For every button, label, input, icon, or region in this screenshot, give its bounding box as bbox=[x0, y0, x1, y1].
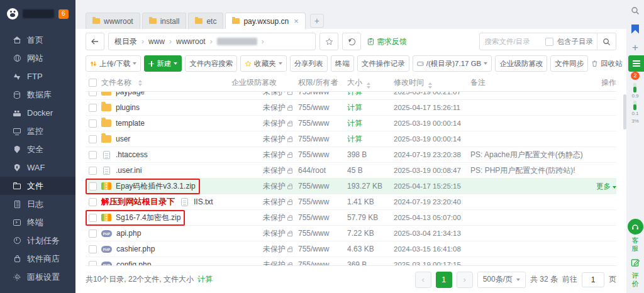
file-ops-log-button[interactable]: 文件操作记录 bbox=[357, 55, 409, 72]
disk-select[interactable]: /(根目录)7.17 GB bbox=[413, 55, 492, 72]
sidebar-menu-item[interactable]: 终端 bbox=[0, 213, 75, 231]
breadcrumb-segment[interactable]: wwwroot bbox=[176, 37, 206, 46]
file-row[interactable]: .user.ini 未保护 644/root 45 B 2025-03-19 0… bbox=[86, 163, 616, 179]
directory-tab[interactable]: install bbox=[142, 13, 187, 29]
row-checkbox[interactable] bbox=[89, 229, 97, 238]
sidebar-menu-item[interactable]: 数据库 bbox=[0, 86, 75, 104]
favorite-path-button[interactable] bbox=[319, 33, 338, 50]
file-row[interactable]: paypage 未保护 755/www 计算 2025-03-19 00:21:… bbox=[86, 92, 616, 100]
file-row[interactable]: Sg16-7.4加密包.zip 未保护 755/www 57.79 KB 202… bbox=[86, 210, 616, 226]
page-size-select[interactable]: 500条/页 bbox=[477, 272, 526, 288]
sidebar-menu-item[interactable]: 文件 bbox=[0, 177, 75, 195]
customer-service-button[interactable] bbox=[628, 219, 643, 235]
next-page-button[interactable]: › bbox=[457, 272, 473, 288]
file-size[interactable]: 369 B bbox=[347, 260, 367, 265]
row-checkbox[interactable] bbox=[89, 151, 97, 159]
more-actions-link[interactable]: 更多 bbox=[596, 182, 616, 190]
search-input[interactable] bbox=[485, 38, 541, 45]
file-name[interactable]: IIS.txt bbox=[194, 197, 213, 206]
row-checkbox[interactable] bbox=[89, 135, 97, 143]
file-row[interactable]: user 未保护 755/www 计算 2025-03-19 00:00:14 bbox=[86, 131, 616, 147]
new-button[interactable]: 新建 bbox=[144, 55, 182, 72]
prev-page-button[interactable]: ‹ bbox=[415, 272, 431, 288]
file-name[interactable]: api.php bbox=[116, 229, 141, 238]
bookmark-icon[interactable] bbox=[630, 24, 640, 34]
rate-icon[interactable] bbox=[631, 258, 640, 270]
file-size[interactable]: 计算 bbox=[347, 119, 362, 128]
current-page-button[interactable]: 1 bbox=[436, 272, 452, 288]
file-size[interactable]: 1.41 KB bbox=[347, 197, 374, 206]
sidebar-menu-item[interactable]: WAF bbox=[0, 158, 75, 177]
sidebar-menu-item[interactable]: FTP bbox=[0, 67, 75, 86]
search-button[interactable] bbox=[597, 33, 616, 50]
include-subdir-checkbox[interactable] bbox=[545, 38, 553, 46]
share-list-button[interactable]: 分享列表 bbox=[290, 55, 328, 72]
row-checkbox[interactable] bbox=[89, 167, 97, 175]
tamper-proof-button[interactable]: 企业级防篡改 bbox=[495, 55, 547, 72]
global-search-icon[interactable] bbox=[630, 6, 640, 16]
file-sync-button[interactable]: 文件同步 bbox=[550, 55, 588, 72]
file-name[interactable]: Epay码枪插件v3.3.1.zip bbox=[116, 181, 196, 192]
file-size[interactable]: 193.27 KB bbox=[347, 182, 382, 191]
monitor-widget[interactable]: 2 0.9 0.1 3% bbox=[631, 72, 640, 124]
file-name[interactable]: Sg16-7.4加密包.zip bbox=[116, 213, 180, 223]
file-name[interactable]: paypage bbox=[116, 92, 145, 96]
content-search-button[interactable]: 文件内容搜索 bbox=[185, 55, 237, 72]
add-tab-button[interactable]: + bbox=[310, 14, 324, 28]
goto-page-input[interactable] bbox=[582, 272, 604, 287]
file-name[interactable]: user bbox=[116, 135, 130, 143]
file-size[interactable]: 57.79 KB bbox=[347, 213, 378, 222]
terminal-button[interactable]: 终端 bbox=[331, 55, 354, 72]
row-checkbox[interactable] bbox=[89, 245, 97, 253]
header-size[interactable]: 大小 bbox=[347, 78, 362, 87]
sidebar-menu-item[interactable]: 监控 bbox=[0, 122, 75, 140]
file-name[interactable]: cashier.php bbox=[116, 245, 155, 253]
file-size[interactable]: 4.63 KB bbox=[347, 245, 374, 253]
sort-icon[interactable] bbox=[367, 82, 370, 89]
row-checkbox[interactable] bbox=[89, 92, 97, 96]
directory-tab[interactable]: wwwroot bbox=[86, 13, 140, 29]
back-button[interactable] bbox=[86, 33, 104, 50]
file-row[interactable]: config.php 未保护 755/www 369 B 2025-03-19 … bbox=[86, 257, 616, 265]
upload-download-button[interactable]: 上传/下载 bbox=[86, 55, 141, 72]
directory-tab[interactable]: pay.wxsup.cn × bbox=[225, 13, 305, 29]
row-checkbox[interactable] bbox=[89, 104, 97, 112]
directory-tab[interactable]: etc bbox=[188, 13, 223, 29]
file-name[interactable]: template bbox=[116, 119, 145, 128]
breadcrumb-segment[interactable]: www bbox=[148, 37, 165, 46]
calc-size-link[interactable]: 计算 bbox=[197, 274, 213, 285]
file-name[interactable]: .htaccess bbox=[116, 150, 148, 159]
row-checkbox[interactable] bbox=[89, 261, 97, 266]
file-row[interactable]: 解压到网站根目录下IIS.txt 未保护 755/www 1.41 KB 202… bbox=[86, 194, 616, 210]
close-icon[interactable]: × bbox=[294, 16, 299, 26]
file-name[interactable]: config.php bbox=[116, 260, 151, 265]
file-name[interactable]: plugins bbox=[116, 103, 140, 112]
sidebar-menu-item[interactable]: Docker bbox=[0, 104, 75, 122]
sidebar-menu-item[interactable]: 日志 bbox=[0, 195, 75, 213]
header-mtime[interactable]: 修改时间 bbox=[394, 78, 424, 87]
file-row[interactable]: Epay码枪插件v3.3.1.zip 未保护 755/www 193.27 KB… bbox=[86, 179, 616, 194]
recycle-bin-link[interactable]: 回收站 bbox=[591, 59, 623, 69]
add-shortcut-icon[interactable]: + bbox=[630, 42, 640, 52]
header-file-name[interactable]: 文件名称 bbox=[101, 77, 131, 88]
file-size[interactable]: 计算 bbox=[347, 92, 362, 96]
file-size[interactable]: 计算 bbox=[347, 135, 362, 143]
row-checkbox[interactable] bbox=[89, 198, 97, 206]
file-size[interactable]: 45 B bbox=[347, 166, 363, 175]
file-row[interactable]: plugins 未保护 755/www 计算 2025-04-17 15:26:… bbox=[86, 100, 616, 116]
file-row[interactable]: cashier.php 未保护 755/www 4.63 KB 2024-03-… bbox=[86, 241, 616, 257]
file-size[interactable]: 398 B bbox=[347, 150, 367, 159]
sidebar-menu-item[interactable]: 面板设置 bbox=[0, 268, 75, 286]
row-checkbox[interactable] bbox=[89, 214, 97, 222]
breadcrumb-segment[interactable]: 根目录 bbox=[114, 36, 137, 47]
file-name[interactable]: .user.ini bbox=[116, 166, 142, 175]
file-row[interactable]: .htaccess 未保护 755/www 398 B 2024-07-19 2… bbox=[86, 147, 616, 163]
file-size[interactable]: 7.22 KB bbox=[347, 229, 374, 238]
sidebar-menu-item[interactable]: 网站 bbox=[0, 49, 75, 67]
refresh-button[interactable] bbox=[342, 33, 361, 50]
file-row[interactable]: template 未保护 755/www 计算 2025-03-19 00:00… bbox=[86, 116, 616, 131]
sidebar-menu-item[interactable]: 计划任务 bbox=[0, 231, 75, 250]
sort-icon[interactable] bbox=[138, 80, 142, 86]
file-size[interactable]: 计算 bbox=[347, 103, 362, 112]
favorites-button[interactable]: 收藏夹 bbox=[240, 55, 287, 72]
